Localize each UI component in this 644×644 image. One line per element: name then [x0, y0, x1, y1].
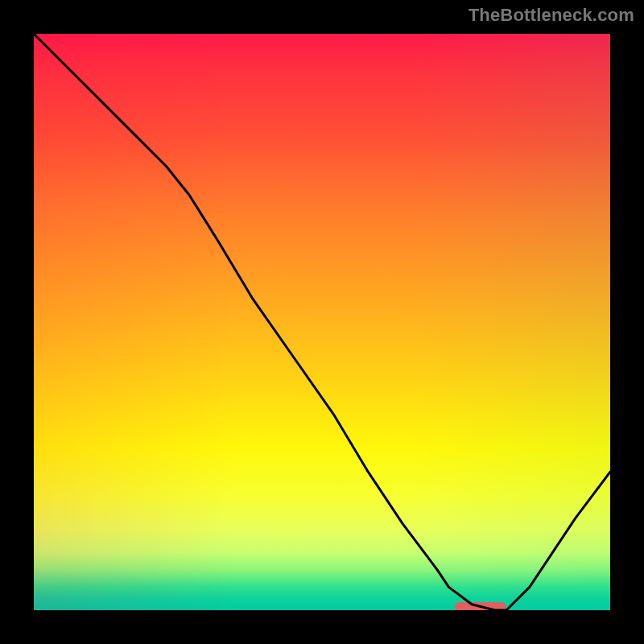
attribution-text: TheBottleneck.com	[469, 5, 634, 26]
curve-layer	[34, 34, 610, 610]
plot-area	[34, 34, 610, 610]
bottleneck-curve	[34, 34, 610, 610]
chart-stage: TheBottleneck.com	[0, 0, 644, 644]
